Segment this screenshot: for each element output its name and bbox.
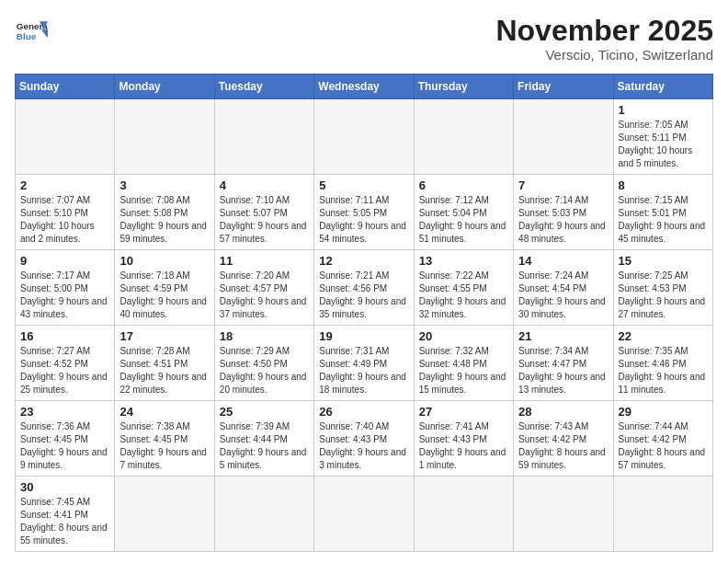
- day-number: 16: [20, 329, 109, 343]
- day-info: Sunrise: 7:27 AMSunset: 4:52 PMDaylight:…: [20, 345, 109, 396]
- weekday-header-row: SundayMondayTuesdayWednesdayThursdayFrid…: [16, 75, 713, 99]
- day-number: 28: [518, 405, 608, 419]
- weekday-header-monday: Monday: [115, 75, 214, 99]
- week-row-4: 16Sunrise: 7:27 AMSunset: 4:52 PMDayligh…: [16, 326, 713, 401]
- day-info: Sunrise: 7:22 AMSunset: 4:55 PMDaylight:…: [419, 270, 508, 321]
- calendar-cell: [613, 477, 712, 552]
- day-number: 23: [20, 405, 109, 419]
- calendar-cell: 3Sunrise: 7:08 AMSunset: 5:08 PMDaylight…: [115, 175, 214, 250]
- calendar-cell: 8Sunrise: 7:15 AMSunset: 5:01 PMDaylight…: [613, 175, 712, 250]
- calendar-cell: 11Sunrise: 7:20 AMSunset: 4:57 PMDayligh…: [214, 250, 313, 326]
- calendar-cell: [16, 99, 115, 175]
- day-number: 11: [220, 254, 309, 268]
- calendar-cell: 18Sunrise: 7:29 AMSunset: 4:50 PMDayligh…: [214, 326, 313, 401]
- calendar-cell: 2Sunrise: 7:07 AMSunset: 5:10 PMDaylight…: [16, 175, 115, 250]
- calendar-cell: 26Sunrise: 7:40 AMSunset: 4:43 PMDayligh…: [314, 401, 414, 477]
- day-info: Sunrise: 7:21 AMSunset: 4:56 PMDaylight:…: [319, 270, 408, 321]
- day-info: Sunrise: 7:35 AMSunset: 4:46 PMDaylight:…: [619, 345, 708, 396]
- calendar-cell: 12Sunrise: 7:21 AMSunset: 4:56 PMDayligh…: [314, 250, 414, 326]
- calendar-cell: 29Sunrise: 7:44 AMSunset: 4:42 PMDayligh…: [613, 401, 712, 477]
- calendar-cell: 1Sunrise: 7:05 AMSunset: 5:11 PMDaylight…: [613, 99, 712, 175]
- calendar-cell: 23Sunrise: 7:36 AMSunset: 4:45 PMDayligh…: [16, 401, 115, 477]
- day-number: 30: [20, 480, 109, 494]
- calendar-cell: 16Sunrise: 7:27 AMSunset: 4:52 PMDayligh…: [16, 326, 115, 401]
- calendar-cell: [514, 477, 613, 552]
- day-number: 2: [20, 178, 109, 192]
- day-info: Sunrise: 7:25 AMSunset: 4:53 PMDaylight:…: [619, 270, 708, 321]
- day-number: 8: [619, 178, 708, 192]
- calendar-cell: 22Sunrise: 7:35 AMSunset: 4:46 PMDayligh…: [613, 326, 712, 401]
- calendar-cell: [115, 477, 214, 552]
- day-info: Sunrise: 7:34 AMSunset: 4:47 PMDaylight:…: [518, 345, 608, 396]
- day-info: Sunrise: 7:43 AMSunset: 4:42 PMDaylight:…: [518, 420, 608, 472]
- day-info: Sunrise: 7:32 AMSunset: 4:48 PMDaylight:…: [419, 345, 508, 396]
- day-number: 27: [419, 405, 508, 419]
- week-row-5: 23Sunrise: 7:36 AMSunset: 4:45 PMDayligh…: [16, 401, 713, 477]
- day-number: 12: [319, 254, 408, 268]
- calendar-cell: [115, 99, 214, 175]
- day-info: Sunrise: 7:40 AMSunset: 4:43 PMDaylight:…: [319, 420, 408, 472]
- day-info: Sunrise: 7:17 AMSunset: 5:00 PMDaylight:…: [20, 270, 109, 321]
- calendar-cell: [514, 99, 613, 175]
- day-number: 25: [220, 405, 309, 419]
- weekday-header-thursday: Thursday: [414, 75, 513, 99]
- day-info: Sunrise: 7:41 AMSunset: 4:43 PMDaylight:…: [419, 420, 508, 472]
- day-number: 3: [119, 178, 209, 192]
- day-info: Sunrise: 7:18 AMSunset: 4:59 PMDaylight:…: [119, 270, 209, 321]
- day-number: 17: [119, 329, 209, 343]
- day-info: Sunrise: 7:11 AMSunset: 5:05 PMDaylight:…: [319, 194, 408, 246]
- day-number: 18: [220, 329, 309, 343]
- location-title: Verscio, Ticino, Switzerland: [495, 47, 713, 63]
- week-row-3: 9Sunrise: 7:17 AMSunset: 5:00 PMDaylight…: [16, 250, 713, 326]
- calendar-cell: 21Sunrise: 7:34 AMSunset: 4:47 PMDayligh…: [514, 326, 613, 401]
- calendar-cell: [314, 477, 414, 552]
- weekday-header-saturday: Saturday: [613, 75, 712, 99]
- day-info: Sunrise: 7:07 AMSunset: 5:10 PMDaylight:…: [20, 194, 109, 246]
- weekday-header-wednesday: Wednesday: [314, 75, 414, 99]
- calendar-cell: 28Sunrise: 7:43 AMSunset: 4:42 PMDayligh…: [514, 401, 613, 477]
- calendar-cell: 30Sunrise: 7:45 AMSunset: 4:41 PMDayligh…: [16, 477, 115, 552]
- calendar-cell: 5Sunrise: 7:11 AMSunset: 5:05 PMDaylight…: [314, 175, 414, 250]
- day-info: Sunrise: 7:08 AMSunset: 5:08 PMDaylight:…: [119, 194, 209, 246]
- day-number: 6: [419, 178, 508, 192]
- day-info: Sunrise: 7:12 AMSunset: 5:04 PMDaylight:…: [419, 194, 508, 246]
- day-info: Sunrise: 7:36 AMSunset: 4:45 PMDaylight:…: [20, 420, 109, 472]
- day-number: 19: [319, 329, 408, 343]
- day-number: 24: [119, 405, 209, 419]
- day-number: 20: [419, 329, 508, 343]
- day-info: Sunrise: 7:38 AMSunset: 4:45 PMDaylight:…: [119, 420, 209, 472]
- calendar-cell: [414, 99, 513, 175]
- day-number: 9: [20, 254, 109, 268]
- day-info: Sunrise: 7:28 AMSunset: 4:51 PMDaylight:…: [119, 345, 209, 396]
- day-number: 1: [619, 103, 708, 117]
- day-info: Sunrise: 7:05 AMSunset: 5:11 PMDaylight:…: [619, 119, 708, 170]
- day-info: Sunrise: 7:44 AMSunset: 4:42 PMDaylight:…: [619, 420, 708, 472]
- weekday-header-sunday: Sunday: [16, 75, 115, 99]
- svg-marker-3: [41, 29, 48, 38]
- calendar-cell: [314, 99, 414, 175]
- calendar-cell: 20Sunrise: 7:32 AMSunset: 4:48 PMDayligh…: [414, 326, 513, 401]
- day-number: 22: [619, 329, 708, 343]
- header: General Blue November 2025 Verscio, Tici…: [15, 15, 713, 63]
- calendar-table: SundayMondayTuesdayWednesdayThursdayFrid…: [15, 74, 713, 552]
- calendar-cell: [214, 477, 313, 552]
- week-row-1: 1Sunrise: 7:05 AMSunset: 5:11 PMDaylight…: [16, 99, 713, 175]
- day-info: Sunrise: 7:45 AMSunset: 4:41 PMDaylight:…: [20, 496, 109, 547]
- day-number: 13: [419, 254, 508, 268]
- day-number: 4: [220, 178, 309, 192]
- calendar-cell: 19Sunrise: 7:31 AMSunset: 4:49 PMDayligh…: [314, 326, 414, 401]
- day-info: Sunrise: 7:24 AMSunset: 4:54 PMDaylight:…: [518, 270, 608, 321]
- calendar-cell: 10Sunrise: 7:18 AMSunset: 4:59 PMDayligh…: [115, 250, 214, 326]
- calendar-cell: [414, 477, 513, 552]
- day-number: 5: [319, 178, 408, 192]
- week-row-6: 30Sunrise: 7:45 AMSunset: 4:41 PMDayligh…: [16, 477, 713, 552]
- day-info: Sunrise: 7:10 AMSunset: 5:07 PMDaylight:…: [220, 194, 309, 246]
- calendar-cell: 27Sunrise: 7:41 AMSunset: 4:43 PMDayligh…: [414, 401, 513, 477]
- weekday-header-friday: Friday: [514, 75, 613, 99]
- day-info: Sunrise: 7:29 AMSunset: 4:50 PMDaylight:…: [220, 345, 309, 396]
- day-number: 26: [319, 405, 408, 419]
- calendar-cell: 9Sunrise: 7:17 AMSunset: 5:00 PMDaylight…: [16, 250, 115, 326]
- day-number: 7: [518, 178, 608, 192]
- day-number: 29: [619, 405, 708, 419]
- day-info: Sunrise: 7:14 AMSunset: 5:03 PMDaylight:…: [518, 194, 608, 246]
